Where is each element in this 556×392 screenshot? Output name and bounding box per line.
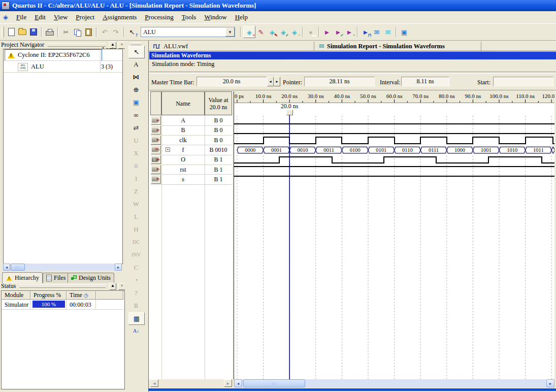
start-simulation-icon[interactable]: ►⊓ [360,26,371,38]
project-combo[interactable]: ALU▼ [141,27,235,37]
signal-select-button[interactable]: ▸0 [151,155,161,164]
snap-to-grid-icon[interactable]: ▦ [128,312,145,325]
window-bottom-border [148,388,556,391]
random-value-icon: ? [128,287,144,299]
time-column-header[interactable]: Time ◷ [67,291,96,300]
scroll-thumb[interactable]: |||| [243,379,305,387]
progress-column-header[interactable]: Progress % [30,291,67,300]
master-time-marker-handle[interactable] [286,110,293,115]
combo-dropdown-icon[interactable]: ▼ [225,27,235,37]
toolbar-separator [123,27,124,37]
zoom-tool-icon[interactable]: ⊕ [128,84,144,95]
menu-processing[interactable]: Processing [141,12,177,23]
close-panel-button[interactable]: × [118,283,125,290]
compiler-tool-icon[interactable]: ◈✓ [278,26,289,38]
svg-text:50.0 ns: 50.0 ns [360,93,376,99]
scroll-thumb[interactable]: |||| [11,264,25,271]
tab-hierarchy[interactable]: Hierarchy [2,272,43,283]
menu-help[interactable]: Help [231,12,252,23]
scroll-left-icon[interactable]: ◂ [3,264,10,271]
svg-text:1000: 1000 [454,147,465,153]
menu-window[interactable]: Window [200,12,231,23]
assignment-editor-icon[interactable]: ✎ [255,26,267,38]
device-tree-row[interactable]: Cyclone II: EP2C35F672C6 [8,50,126,60]
new-file-icon[interactable] [6,26,17,38]
programmer-icon[interactable]: ▣ [399,26,410,38]
status-title: Status [1,282,16,290]
scroll-right-icon[interactable]: ▸ [546,379,554,387]
signal-select-button[interactable]: ▸ [151,175,161,184]
menu-tools[interactable]: Tools [178,12,201,23]
signal-select-button[interactable]: ▸ [151,136,161,145]
svg-text:0100: 0100 [350,147,361,153]
settings-icon[interactable]: ◈✎ [267,26,278,38]
tab-design-units[interactable]: Design Units [68,273,114,283]
doc-tab-simulation-report[interactable]: ✉ Simulation Report - Simulation Wavefor… [315,42,481,51]
full-screen-icon[interactable]: ▣ [128,96,144,108]
print-icon[interactable] [44,26,55,38]
menu-assignments[interactable]: Assignments [99,12,141,23]
menu-file[interactable]: File [12,12,30,23]
menu-project[interactable]: Project [72,12,99,23]
project-combo-value: ALU [143,28,156,36]
dock-grip[interactable] [48,43,106,47]
doc-tab-alu-vwf[interactable]: ALU.vwf [149,42,314,51]
scroll-right-icon[interactable]: ▸ [115,264,122,271]
toolbar-separator [396,27,397,37]
value-u-icon: U [128,135,144,146]
svg-text:110.0 ns: 110.0 ns [516,93,535,99]
signal-select-button[interactable]: ▸ [151,116,161,125]
start-analysis-synthesis-icon[interactable]: ►✓ [333,26,344,38]
alu-tree-row[interactable]: abcVHD ALU [18,62,137,72]
selection-tool-icon[interactable]: ↖ [128,46,145,58]
tab-files[interactable]: Files [43,273,69,283]
waveform-canvas[interactable]: 0 ps10.0 ns20.0 ns30.0 ns40.0 ns50.0 ns6… [234,91,554,379]
waveform-hscrollbar[interactable]: ◂ |||| ▸ [234,379,554,387]
menu-view[interactable]: View [50,12,72,23]
waveform-edit-tool-icon[interactable]: ⋈ [128,71,144,83]
find-icon[interactable]: ∞ [128,109,144,121]
menu-edit[interactable]: Edit [30,12,50,23]
master-time-spin-left-icon[interactable]: ◂ [267,77,274,86]
svg-text:40.0 ns: 40.0 ns [334,93,350,99]
signal-name: f [161,146,205,154]
svg-text:100.0 ns: 100.0 ns [489,93,508,99]
sort-icon[interactable]: A↓ [128,325,144,337]
compilation-report-icon[interactable]: ✉ [371,26,382,38]
name-panel-hscrollbar[interactable]: ◂ ▸ [149,379,234,387]
master-time-spin-right-icon[interactable]: ▸ [274,77,280,86]
navigator-hscrollbar[interactable]: ◂ |||| ▸ [3,264,122,271]
value-0-icon: 0 [128,160,144,172]
scroll-left-icon[interactable]: ◂ [150,379,158,387]
toolbar-separator [57,27,58,37]
waveform-file-icon [153,43,160,49]
start-timing-analysis-icon[interactable]: ►◔ [344,26,355,38]
stop-processing-icon[interactable]: ◈× [243,26,255,38]
clock-icon: ◷ [84,292,88,298]
context-help-icon[interactable]: ↖? [126,26,138,38]
toolbar-grip[interactable] [2,26,4,38]
paste-icon[interactable] [83,26,94,38]
signal-select-button[interactable]: ▸ [151,125,161,135]
waveform-toolbar: ↖A⋈⊕▣∞⇄UX01ZWLHDCINVC◔?R▦A↓ [125,41,149,392]
signal-select-button[interactable]: ≫ [151,145,161,154]
signal-select-button[interactable]: ▸ [151,165,161,174]
name-column-header[interactable]: Name [161,91,205,115]
dock-grip[interactable] [19,284,106,288]
toolbar-grip[interactable] [131,42,141,45]
start-compilation-icon[interactable]: ► [321,26,333,38]
text-tool-icon[interactable]: A [128,58,144,70]
cut-icon[interactable]: ✂ [60,26,72,38]
scroll-right-icon[interactable]: ▸ [224,379,232,387]
timing-analyzer-icon[interactable]: ◈◔ [289,26,300,38]
open-file-icon[interactable] [17,26,28,38]
value-column-header[interactable]: Value at20.0 ns [205,91,232,115]
simulation-report-icon[interactable]: ✉ [382,26,394,38]
save-icon[interactable] [28,26,39,38]
module-column-header[interactable]: Module [2,291,30,300]
scroll-left-icon[interactable]: ◂ [234,379,242,387]
replace-icon[interactable]: ⇄ [128,122,144,134]
collapse-button[interactable]: ▲ [109,283,116,290]
master-time-field[interactable]: 20.0 ns [197,77,267,86]
copy-icon[interactable] [72,26,83,38]
